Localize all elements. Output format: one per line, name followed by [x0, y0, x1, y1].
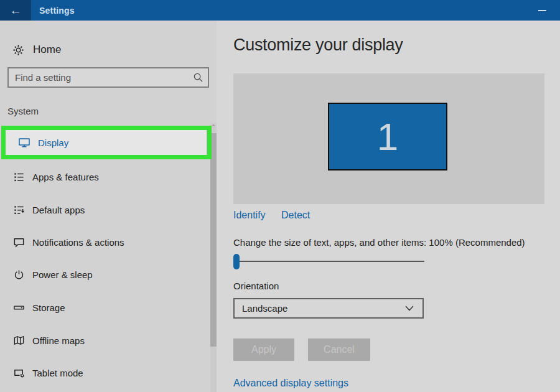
sidebar-item-label: Tablet mode: [32, 368, 83, 378]
sidebar-item-label: Home: [33, 44, 61, 56]
orientation-label: Orientation: [233, 281, 279, 291]
sidebar: Home System Display: [0, 21, 217, 392]
power-icon: [12, 269, 25, 281]
orientation-dropdown[interactable]: Landscape: [233, 298, 424, 319]
sidebar-item-home[interactable]: Home: [0, 37, 205, 62]
tablet-mode-icon: [12, 367, 25, 379]
sidebar-item-notifications[interactable]: Notifications & actions: [0, 230, 208, 254]
back-arrow-icon: ←: [10, 4, 22, 17]
minimize-button[interactable]: [533, 0, 551, 21]
notifications-icon: [12, 236, 25, 248]
scaling-label: Change the size of text, apps, and other…: [233, 237, 525, 248]
storage-icon: [12, 302, 25, 314]
sidebar-item-offline-maps[interactable]: Offline maps: [0, 328, 208, 353]
search-box: [7, 67, 209, 88]
sidebar-item-default-apps[interactable]: Default apps: [0, 197, 208, 222]
slider-track[interactable]: [235, 261, 424, 262]
sidebar-item-label: Offline maps: [32, 335, 85, 346]
display-icon: [18, 136, 30, 149]
sidebar-item-display[interactable]: Display: [6, 130, 206, 155]
display-preview-panel: 1: [233, 73, 544, 204]
sidebar-item-apps-features[interactable]: Apps & features: [0, 164, 208, 189]
slider-thumb[interactable]: [233, 254, 240, 269]
orientation-selected-value: Landscape: [242, 303, 405, 314]
default-apps-icon: [12, 204, 25, 216]
sidebar-item-label: Default apps: [32, 205, 85, 215]
monitor-1[interactable]: 1: [328, 103, 447, 170]
titlebar: ← Settings: [0, 0, 560, 21]
cancel-button[interactable]: Cancel: [308, 338, 370, 361]
chevron-down-icon: [405, 306, 414, 311]
search-input[interactable]: [9, 72, 188, 83]
section-label-system: System: [7, 106, 39, 116]
window-title: Settings: [39, 0, 75, 21]
scrollbar-thumb[interactable]: [210, 133, 217, 347]
sidebar-item-power-sleep[interactable]: Power & sleep: [0, 262, 208, 287]
sidebar-item-tablet-mode[interactable]: Tablet mode: [0, 360, 208, 385]
back-button[interactable]: ←: [0, 0, 31, 21]
apply-button[interactable]: Apply: [233, 338, 294, 361]
monitor-number: 1: [377, 118, 398, 156]
settings-window: ← Settings Home: [0, 0, 560, 392]
minimize-icon: [538, 10, 546, 11]
scaling-slider[interactable]: [233, 253, 424, 270]
sidebar-item-label: Power & sleep: [32, 269, 93, 280]
sidebar-item-label: Notifications & actions: [32, 237, 124, 248]
apps-features-icon: [12, 171, 25, 183]
main-content: Customize your display 1 Identify Detect…: [217, 21, 560, 392]
sidebar-item-label: Storage: [32, 302, 65, 313]
sidebar-scrollbar[interactable]: ⌃: [210, 123, 217, 392]
sidebar-item-label: Apps & features: [32, 172, 99, 182]
advanced-display-settings-link[interactable]: Advanced display settings: [233, 378, 348, 389]
offline-maps-icon: [12, 335, 25, 347]
scrollbar-up-icon[interactable]: ⌃: [211, 124, 216, 129]
search-icon[interactable]: [188, 72, 208, 83]
sidebar-item-storage[interactable]: Storage: [0, 295, 208, 320]
page-title: Customize your display: [233, 35, 403, 55]
sidebar-item-label: Display: [38, 138, 68, 148]
detect-link[interactable]: Detect: [281, 210, 310, 221]
identify-link[interactable]: Identify: [233, 210, 266, 221]
gear-icon: [12, 44, 24, 56]
